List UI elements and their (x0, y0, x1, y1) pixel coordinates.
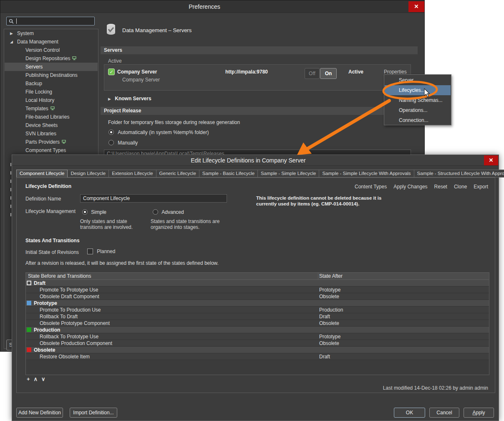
transition-row-obsolete-production-component[interactable]: Obsolete Production ComponentObsolete (26, 340, 489, 347)
apply-button[interactable]: Apply (464, 408, 494, 418)
state-row-obsolete[interactable]: Obsolete (26, 347, 489, 353)
transition-row-rollback-to-draft[interactable]: Rollback To DraftDraft (26, 313, 489, 320)
tab-design-lifecycle[interactable]: Design Lifecycle (68, 170, 109, 178)
sidebar-item-design-repositories[interactable]: Design Repositories (5, 54, 98, 63)
row-tools: +∧∨ (27, 376, 49, 382)
tab-sample-basic-lifecycle[interactable]: Sample - Basic Lifecycle (199, 170, 258, 178)
state-row-production[interactable]: Production (26, 327, 489, 333)
radio-automatically[interactable]: Automatically (in system %temp% folder) (108, 129, 209, 135)
state-name: Obsolete (34, 347, 55, 353)
transition-row-obsolete-draft-component[interactable]: Obsolete Draft ComponentObsolete (26, 293, 489, 300)
properties-context-menu: Server...Lifecycles...Naming Schemas...O… (384, 74, 451, 125)
server-connected-icon: ✓ (108, 68, 115, 75)
transition-row-restore-obsolete-item[interactable]: Restore Obsolete ItemDraft (26, 353, 489, 360)
menu-item-connection[interactable]: Connection... (385, 115, 451, 125)
transition-name: Obsolete Draft Component (40, 294, 99, 299)
radio-advanced[interactable]: Advanced (153, 209, 184, 215)
radio-simple[interactable]: Simple (82, 209, 106, 215)
sidebar-item-label: Parts Providers (25, 139, 60, 145)
temp-folder-label: Folder for temporary files storage durin… (108, 119, 240, 125)
sidebar-item-local-history[interactable]: Local History (5, 96, 98, 104)
move-up-button[interactable]: ∧ (34, 376, 42, 382)
state-after-value: Draft (319, 353, 330, 360)
cancel-button[interactable]: Cancel (429, 408, 459, 418)
tab-sample-simple-lifecycle[interactable]: Sample - Simple Lifecycle (258, 170, 319, 178)
preferences-close-button[interactable]: ✕ (408, 1, 424, 12)
tree-collapsed-icon[interactable]: ▶ (10, 29, 16, 38)
menu-item-lifecycles[interactable]: Lifecycles... (385, 85, 451, 95)
ok-button[interactable]: OK (394, 408, 425, 418)
lifecycle-tabs: Component LifecycleDesign LifecycleExten… (16, 170, 495, 178)
transition-row-rollback-to-prototype-use[interactable]: Rollback To Prototype UsePrototype (26, 333, 489, 340)
link-reset[interactable]: Reset (434, 184, 447, 190)
lifecycle-dialog-close-button[interactable]: ✕ (484, 155, 498, 165)
sidebar-item-version-control[interactable]: Version Control (5, 46, 98, 54)
planned-checkbox[interactable]: Planned (87, 249, 115, 254)
menu-item-operations[interactable]: Operations... (385, 105, 451, 115)
tab-generic-lifecycle[interactable]: Generic Lifecycle (156, 170, 199, 178)
active-servers-label: Active (108, 58, 122, 64)
sidebar-item-device-sheets[interactable]: Device Sheets (5, 121, 98, 129)
sidebar-item-data-management[interactable]: ◢Data Management (5, 38, 98, 46)
transition-name: Obsolete Prototype Component (40, 320, 110, 326)
state-after-value: Draft (319, 313, 330, 320)
tab-component-lifecycle[interactable]: Component Lifecycle (16, 170, 68, 178)
sidebar-item-system[interactable]: ▶System (5, 29, 98, 38)
simple-description: Only states and state transitions are in… (80, 218, 147, 230)
radio-selected-icon (82, 209, 88, 215)
planned-label: Planned (97, 249, 115, 254)
search-input[interactable] (6, 17, 95, 25)
import-definition-button[interactable]: Import Definition... (70, 408, 117, 418)
sidebar-item-backup[interactable]: Backup (5, 79, 98, 88)
sidebar-item-label: File Locking (25, 89, 52, 95)
tab-sample-structured-lifecycle-with-approvals[interactable]: Sample - Structured Lifecycle With Appro… (414, 170, 504, 178)
state-name: Draft (34, 280, 45, 286)
transition-row-obsolete-prototype-component[interactable]: Obsolete Prototype ComponentObsolete (26, 320, 489, 327)
state-row-draft[interactable]: Draft (26, 280, 489, 287)
sidebar-item-servers[interactable]: Servers (5, 63, 98, 71)
preferences-titlebar[interactable]: Preferences ✕ (0, 0, 424, 13)
add-new-definition-button[interactable]: Add New Definition (16, 408, 63, 418)
radio-unselected-icon (153, 209, 158, 215)
link-clone[interactable]: Clone (454, 184, 467, 190)
sidebar-item-publishing-destinations[interactable]: Publishing Destinations (5, 71, 98, 79)
link-apply-changes[interactable]: Apply Changes (393, 184, 427, 190)
tree-expanded-icon[interactable]: ◢ (10, 38, 16, 46)
server-on-button[interactable]: On (320, 68, 337, 79)
states-table[interactable]: State Before and Transitions State After… (25, 272, 489, 375)
server-row[interactable]: ✓ Company Server Company Server http://i… (104, 64, 411, 91)
add-state-button[interactable]: + (27, 376, 34, 382)
sidebar-item-label: Local History (25, 97, 54, 103)
lifecycle-dialog-titlebar[interactable]: Edit Lifecycle Definitions in Company Se… (12, 155, 499, 166)
state-after-value: Obsolete (319, 293, 339, 300)
state-after-value: Production (319, 307, 343, 313)
tab-extension-lifecycle[interactable]: Extension Lifecycle (109, 170, 156, 178)
transition-row-promote-to-production-use[interactable]: Promote To Production UseProduction (26, 307, 489, 313)
database-icon (106, 23, 117, 36)
sidebar-item-parts-providers[interactable]: Parts Providers (5, 138, 98, 146)
sidebar-item-svn-libraries[interactable]: SVN Libraries (5, 129, 98, 138)
radio-automatically-label: Automatically (in system %temp% folder) (118, 129, 209, 135)
state-after-value: Obsolete (319, 320, 339, 327)
radio-manually[interactable]: Manually (108, 140, 138, 146)
sidebar-item-file-based-libraries[interactable]: File-based Libraries (5, 113, 98, 121)
sidebar-item-label: Component Types (25, 147, 66, 153)
move-down-button[interactable]: ∨ (41, 376, 49, 382)
transition-row-promote-to-prototype-use[interactable]: Promote To Prototype UsePrototype (26, 287, 489, 293)
transition-name: Rollback To Prototype Use (40, 334, 98, 340)
state-row-prototype[interactable]: Prototype (26, 300, 489, 307)
state-after-value: Prototype (319, 333, 340, 340)
known-servers-toggle[interactable]: ▶ Known Servers (108, 96, 151, 101)
link-content-types[interactable]: Content Types (355, 184, 387, 190)
menu-item-server[interactable]: Server... (385, 75, 451, 85)
sidebar-item-file-locking[interactable]: File Locking (5, 88, 98, 96)
link-export[interactable]: Export (474, 184, 488, 190)
state-name: Prototype (34, 300, 57, 306)
server-properties-link[interactable]: Properties (384, 69, 407, 75)
sidebar-item-templates[interactable]: Templates (5, 104, 98, 113)
menu-item-naming-schemas[interactable]: Naming Schemas... (385, 95, 451, 105)
tab-sample-simple-lifecycle-with-approvals[interactable]: Sample - Simple Lifecycle With Approvals (319, 170, 414, 178)
definition-name-input[interactable]: Component Lifecycle (80, 194, 227, 203)
server-off-button[interactable]: Off (305, 68, 320, 79)
sidebar-item-component-types[interactable]: Component Types (5, 146, 98, 155)
